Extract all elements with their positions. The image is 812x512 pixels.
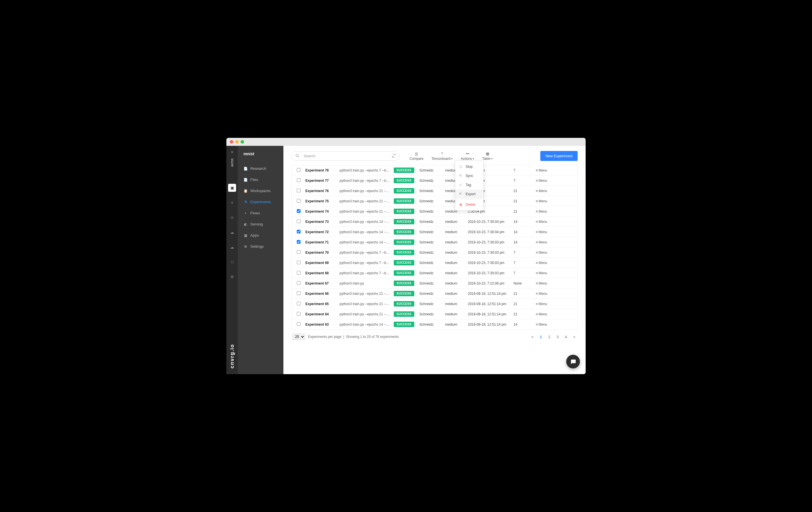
user-cell: Schneidz bbox=[418, 240, 443, 244]
row-menu-button[interactable]: ≡Menu bbox=[529, 168, 549, 172]
experiment-name[interactable]: Experiment 78 bbox=[303, 168, 338, 172]
row-menu-button[interactable]: ≡Menu bbox=[529, 261, 549, 265]
dropdown-item-sync[interactable]: ↻Sync bbox=[455, 171, 483, 180]
row-checkbox[interactable] bbox=[297, 271, 300, 274]
time-cell: 2019-09-18, 12:51:14 pm bbox=[466, 302, 512, 306]
dropdown-item-tag[interactable]: ◇Tag bbox=[455, 180, 483, 189]
page-link[interactable]: > bbox=[572, 334, 577, 340]
row-checkbox[interactable] bbox=[297, 281, 300, 285]
compare-button[interactable]: ||| Compare bbox=[409, 152, 424, 161]
row-menu-button[interactable]: ≡Menu bbox=[529, 292, 549, 296]
page-link[interactable]: 2 bbox=[547, 334, 551, 340]
chat-button[interactable] bbox=[566, 355, 580, 369]
window-close-button[interactable] bbox=[230, 140, 233, 143]
rail-containers-icon[interactable]: ⎚ bbox=[228, 214, 236, 221]
value-cell: 14 bbox=[512, 240, 529, 244]
rail-members-icon[interactable]: ⚇ bbox=[228, 258, 236, 266]
row-checkbox[interactable] bbox=[297, 312, 300, 316]
experiment-name[interactable]: Experiment 73 bbox=[303, 220, 338, 224]
status-badge: SUCCESS bbox=[394, 188, 414, 193]
row-menu-button[interactable]: ≡Menu bbox=[529, 179, 549, 183]
experiment-name[interactable]: Experiment 63 bbox=[303, 323, 338, 326]
experiment-name[interactable]: Experiment 74 bbox=[303, 210, 338, 214]
experiment-name[interactable]: Experiment 69 bbox=[303, 261, 338, 265]
row-checkbox[interactable] bbox=[297, 219, 300, 223]
dropdown-item-delete[interactable]: 🗑Delete bbox=[455, 200, 483, 209]
experiment-name[interactable]: Experiment 70 bbox=[303, 250, 338, 254]
row-menu-button[interactable]: ≡Menu bbox=[529, 240, 549, 244]
window-maximize-button[interactable] bbox=[241, 140, 244, 143]
sidebar-item-serving[interactable]: ◐Serving bbox=[238, 219, 283, 230]
per-page-select[interactable]: 25 bbox=[292, 334, 305, 340]
row-checkbox[interactable] bbox=[297, 240, 300, 244]
row-menu-button[interactable]: ≡Menu bbox=[529, 271, 549, 275]
page-link[interactable]: < bbox=[530, 334, 535, 340]
experiment-name[interactable]: Experiment 65 bbox=[303, 302, 338, 306]
page-link[interactable]: 3 bbox=[555, 334, 560, 340]
row-menu-button[interactable]: ≡Menu bbox=[529, 281, 549, 286]
dropdown-item-stop[interactable]: ▢Stop bbox=[455, 162, 483, 171]
sidebar-item-label: Workspaces bbox=[250, 189, 270, 193]
sidebar-item-experiments[interactable]: ⚗Experiments bbox=[238, 196, 283, 208]
row-checkbox[interactable] bbox=[297, 178, 300, 182]
row-menu-button[interactable]: ≡Menu bbox=[529, 250, 549, 254]
row-menu-button[interactable]: ≡Menu bbox=[529, 220, 549, 224]
actions-button[interactable]: ••• Actions ▾ ▢Stop↻Sync◇Tag⇱Export🗑Dele… bbox=[461, 152, 474, 161]
row-menu-button[interactable]: ≡Menu bbox=[529, 210, 549, 214]
rail-project-icon[interactable]: ▣ bbox=[228, 184, 236, 192]
page-link[interactable]: 4 bbox=[564, 334, 568, 340]
menu-icon: ≡ bbox=[536, 168, 538, 172]
row-checkbox[interactable] bbox=[297, 302, 300, 305]
row-checkbox[interactable] bbox=[297, 230, 300, 234]
experiment-name[interactable]: Experiment 76 bbox=[303, 189, 338, 193]
refresh-icon[interactable] bbox=[392, 154, 396, 158]
window-minimize-button[interactable] bbox=[235, 140, 239, 143]
menu-icon: ≡ bbox=[536, 210, 538, 214]
new-experiment-button[interactable]: New Experiment bbox=[540, 151, 578, 161]
table-row: Experiment 67python3 train.pySUCCESSSchn… bbox=[292, 278, 577, 289]
rail-settings-icon[interactable]: ⚙ bbox=[228, 273, 236, 281]
experiment-name[interactable]: Experiment 71 bbox=[303, 240, 338, 244]
row-checkbox[interactable] bbox=[297, 250, 300, 254]
titlebar bbox=[226, 138, 586, 146]
row-checkbox[interactable] bbox=[297, 261, 300, 264]
row-menu-button[interactable]: ≡Menu bbox=[529, 189, 549, 193]
row-menu-button[interactable]: ≡Menu bbox=[529, 312, 549, 316]
experiment-name[interactable]: Experiment 68 bbox=[303, 271, 338, 275]
row-checkbox[interactable] bbox=[297, 209, 300, 213]
row-checkbox[interactable] bbox=[297, 199, 300, 203]
experiment-name[interactable]: Experiment 64 bbox=[303, 312, 338, 316]
rail-compute-icon[interactable]: ☁ bbox=[228, 228, 236, 236]
experiment-name[interactable]: Experiment 72 bbox=[303, 230, 338, 234]
experiment-name[interactable]: Experiment 77 bbox=[303, 179, 338, 183]
row-checkbox[interactable] bbox=[297, 291, 300, 295]
row-checkbox[interactable] bbox=[297, 322, 300, 326]
tensorboard-button[interactable]: ⇡ Tensorboard ▾ bbox=[431, 152, 453, 161]
row-checkbox[interactable] bbox=[297, 189, 300, 192]
sidebar-item-apps[interactable]: ▦Apps bbox=[238, 230, 283, 241]
page-link[interactable]: 1 bbox=[539, 334, 543, 340]
rail-datasets-icon[interactable]: ≡ bbox=[228, 199, 236, 207]
experiment-name[interactable]: Experiment 67 bbox=[303, 281, 338, 286]
sidebar-item-research[interactable]: 📄Research bbox=[238, 163, 283, 174]
dropdown-item-export[interactable]: ⇱Export bbox=[455, 189, 483, 199]
row-menu-button[interactable]: ≡Menu bbox=[529, 199, 549, 203]
user-cell: Schneidz bbox=[418, 230, 443, 234]
rail-expand-icon[interactable]: › bbox=[231, 149, 233, 154]
time-cell: 2019-10-23, 7:22:06 pm bbox=[466, 281, 512, 286]
sidebar-item-workspaces[interactable]: 📋Workspaces bbox=[238, 185, 283, 196]
sidebar-item-flows[interactable]: ⚬Flows bbox=[238, 208, 283, 219]
row-menu-button[interactable]: ≡Menu bbox=[529, 230, 549, 234]
value-cell: 21 bbox=[512, 292, 529, 296]
search-input[interactable] bbox=[291, 151, 400, 161]
sidebar-item-files[interactable]: 📄Files bbox=[238, 174, 283, 185]
row-menu-button[interactable]: ≡Menu bbox=[529, 323, 549, 326]
rail-cloud-icon[interactable]: ☁ bbox=[228, 243, 236, 251]
row-checkbox[interactable] bbox=[297, 168, 300, 172]
sidebar-item-settings[interactable]: ⚙Settings bbox=[238, 241, 283, 252]
experiment-name[interactable]: Experiment 66 bbox=[303, 292, 338, 296]
row-menu-button[interactable]: ≡Menu bbox=[529, 302, 549, 306]
app-window: › acme ▣ ≡ ⎚ ☁ ☁ ⚇ ⚙ cnvrg.io mnist 📄Res… bbox=[226, 138, 586, 374]
table-button[interactable]: ▦ Table ▾ bbox=[482, 152, 493, 161]
experiment-name[interactable]: Experiment 75 bbox=[303, 199, 338, 203]
